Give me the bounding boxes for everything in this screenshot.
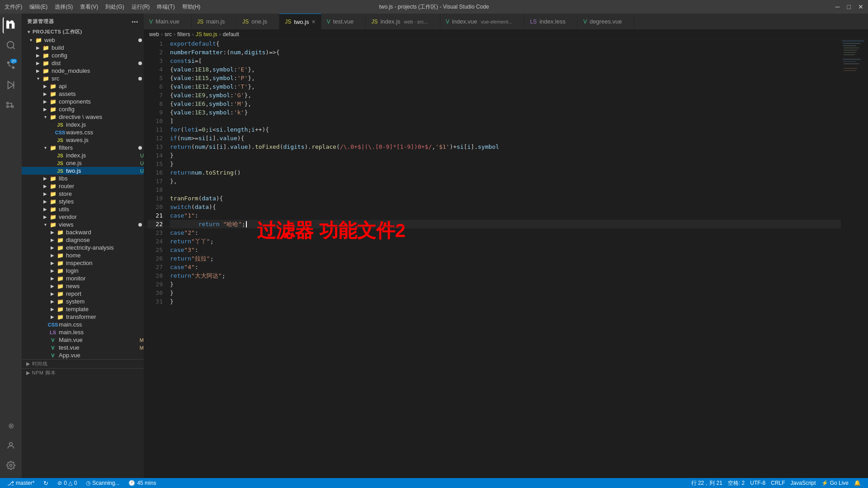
tree-item-home[interactable]: ▶ 📁 home [22, 251, 144, 259]
timeline-header[interactable]: ▶ 时间线 [22, 360, 144, 368]
router-arrow: ▶ [42, 184, 49, 189]
tree-item-libs[interactable]: ▶ 📁 libs [22, 175, 144, 182]
extensions-activity-icon[interactable] [3, 97, 19, 113]
tab-two-js-close[interactable]: × [312, 18, 316, 25]
tab-main-js[interactable]: JS main.js × [192, 14, 237, 29]
sidebar-menu-icon[interactable]: ••• [132, 19, 138, 24]
status-errors[interactable]: ⊘ 0 △ 0 [55, 478, 80, 488]
inspection-arrow: ▶ [49, 261, 56, 265]
code-editor[interactable]: 12345 678910 1112131415 1617181920 21222… [144, 39, 841, 478]
tree-item-src[interactable]: ▾ 📁 src [22, 75, 144, 82]
menu-help[interactable]: 帮助(H) [182, 3, 201, 11]
status-spaces[interactable]: 空格: 2 [725, 478, 747, 488]
tree-item-assets[interactable]: ▶ 📁 assets [22, 90, 144, 98]
search-activity-icon[interactable] [3, 37, 19, 53]
tree-item-template[interactable]: ▶ 📁 template [22, 305, 144, 313]
tree-item-api[interactable]: ▶ 📁 api [22, 82, 144, 90]
tree-item-electricity[interactable]: ▶ 📁 electricity-analysis [22, 244, 144, 251]
close-button[interactable]: ✕ [858, 3, 863, 10]
npm-header[interactable]: ▶ NPM 脚本 [22, 369, 144, 377]
menu-edit[interactable]: 编辑(E) [29, 3, 47, 11]
menu-file[interactable]: 文件(F) [5, 3, 22, 11]
tab-main-vue[interactable]: V Main.vue × [144, 14, 192, 29]
tree-item-styles[interactable]: ▶ 📁 styles [22, 198, 144, 205]
status-line-col[interactable]: 行 22，列 21 [689, 478, 725, 488]
tree-item-report[interactable]: ▶ 📁 report [22, 290, 144, 298]
breadcrumb-web[interactable]: web [149, 31, 159, 38]
remote-icon[interactable]: ⊗ [3, 417, 19, 434]
menu-run[interactable]: 运行(R) [132, 3, 150, 11]
tree-item-node-modules[interactable]: ▶ 📁 node_modules [22, 67, 144, 75]
status-scanning[interactable]: ◷ Scanning... [83, 478, 122, 488]
tab-index-vue[interactable]: V index.vue vue-element... × [440, 14, 525, 29]
code-content[interactable]: export default { numberFormatter: (num, … [166, 39, 841, 478]
tab-two-js[interactable]: JS two.js × [279, 14, 321, 29]
tree-item-main-css[interactable]: ▶ CSS main.css [22, 321, 144, 328]
breadcrumb-default[interactable]: default [223, 31, 239, 38]
tree-item-vendor[interactable]: ▶ 📁 vendor [22, 213, 144, 221]
breadcrumb-filters[interactable]: filters [177, 31, 190, 38]
inspection-label: inspection [66, 260, 144, 266]
folder-icon: 📁 [49, 175, 57, 182]
tree-item-config[interactable]: ▶ 📁 config [22, 52, 144, 59]
tree-item-filt-two[interactable]: ▶ JS two.js U [22, 167, 144, 175]
tree-item-components[interactable]: ▶ 📁 components [22, 98, 144, 105]
tab-index-js[interactable]: JS index.js web · src... × [366, 14, 440, 29]
minimize-button[interactable]: ─ [835, 3, 840, 10]
projects-section-header[interactable]: ▾ PROJECTS (工作区) [22, 28, 144, 36]
tree-item-main-vue[interactable]: ▶ V Main.vue M [22, 336, 144, 344]
menu-terminal[interactable]: 终端(T) [157, 3, 175, 11]
account-icon[interactable] [3, 437, 19, 454]
explorer-activity-icon[interactable] [3, 17, 19, 33]
tree-item-dir-index[interactable]: ▶ JS index.js [22, 121, 144, 128]
source-control-activity-icon[interactable]: 20 [3, 57, 19, 73]
tree-item-waves-js[interactable]: ▶ JS waves.js [22, 136, 144, 144]
tree-item-diagnose[interactable]: ▶ 📁 diagnose [22, 236, 144, 244]
status-sync[interactable]: ↻ [41, 478, 51, 488]
tree-item-directive-waves[interactable]: ▾ 📁 directive \ waves [22, 113, 144, 121]
tree-item-backward[interactable]: ▶ 📁 backward [22, 228, 144, 236]
tree-item-web[interactable]: ▾ 📁 web [22, 36, 144, 44]
status-branch[interactable]: ⎇ master* [5, 478, 37, 488]
tree-item-filt-one[interactable]: ▶ JS one.js U [22, 159, 144, 167]
status-time[interactable]: 🕐 45 mins [126, 478, 159, 488]
maximize-button[interactable]: □ [847, 3, 851, 10]
tree-item-waves-css[interactable]: ▶ CSS waves.css [22, 128, 144, 136]
status-golive[interactable]: ⚡ Go Live [819, 478, 851, 488]
menu-select[interactable]: 选择(S) [55, 3, 73, 11]
status-eol[interactable]: CRLF [768, 478, 788, 488]
tab-index-less[interactable]: LS index.less × [524, 14, 578, 29]
tree-item-inspection[interactable]: ▶ 📁 inspection [22, 259, 144, 267]
breadcrumb-two-js[interactable]: JS two.js [196, 31, 217, 38]
tree-item-transformer[interactable]: ▶ 📁 transformer [22, 313, 144, 321]
web-label: web [44, 37, 138, 43]
tree-item-store[interactable]: ▶ 📁 store [22, 190, 144, 198]
tree-item-main-less[interactable]: ▶ LS main.less [22, 328, 144, 336]
tree-item-login[interactable]: ▶ 📁 login [22, 267, 144, 275]
tab-test-vue[interactable]: V test.vue × [321, 14, 366, 29]
tree-item-router[interactable]: ▶ 📁 router [22, 182, 144, 190]
tree-item-app-vue[interactable]: ▶ V App.vue [22, 351, 144, 359]
tree-item-system[interactable]: ▶ 📁 system [22, 298, 144, 305]
tree-item-config2[interactable]: ▶ 📁 config [22, 105, 144, 113]
tree-item-test-vue[interactable]: ▶ V test.vue M [22, 344, 144, 351]
status-language[interactable]: JavaScript [788, 478, 819, 488]
tab-one-js[interactable]: JS one.js × [237, 14, 279, 29]
tree-item-build[interactable]: ▶ 📁 build [22, 44, 144, 52]
menu-goto[interactable]: 到处(G) [105, 3, 124, 11]
status-encoding[interactable]: UTF-8 [747, 478, 768, 488]
settings-icon[interactable] [3, 457, 19, 474]
tree-item-utils[interactable]: ▶ 📁 utils [22, 205, 144, 213]
tree-item-views[interactable]: ▾ 📁 views [22, 221, 144, 228]
tab-degrees-vue[interactable]: V degrees.vue × [578, 14, 634, 29]
tree-item-dist[interactable]: ▶ 📁 dist [22, 59, 144, 67]
run-activity-icon[interactable] [3, 77, 19, 93]
tree-item-filt-index[interactable]: ▶ JS index.js U [22, 152, 144, 159]
breadcrumb-src[interactable]: src [165, 31, 172, 38]
tree-item-filters[interactable]: ▾ 📁 filters [22, 144, 144, 152]
libs-label: libs [59, 175, 144, 182]
menu-view[interactable]: 查看(V) [80, 3, 98, 11]
status-notifications[interactable]: 🔔 [851, 478, 863, 488]
tree-item-monitor[interactable]: ▶ 📁 monitor [22, 275, 144, 282]
tree-item-news[interactable]: ▶ 📁 news [22, 282, 144, 290]
